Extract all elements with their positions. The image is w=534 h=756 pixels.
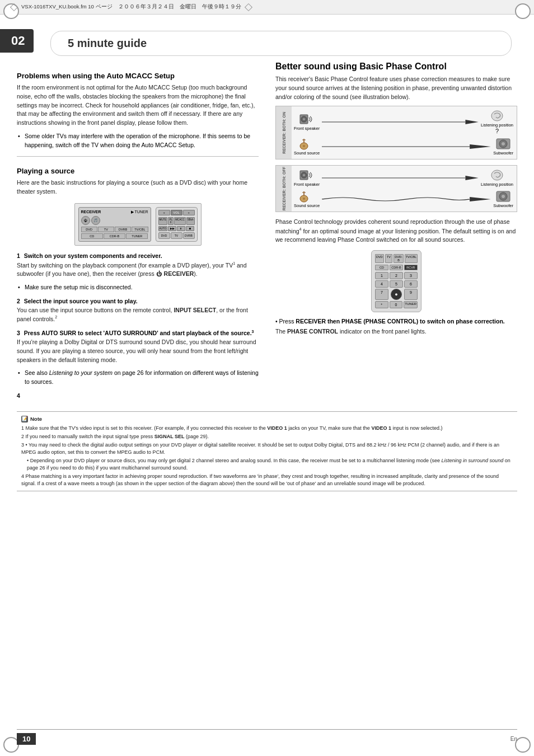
device-illustration: RECEIVER ▶ TUNER ⏻ 🎵 DVD TV DVRB TV/CBL (17, 203, 259, 246)
remote-btn-9: 9 (404, 289, 418, 300)
svg-marker-25 (470, 197, 491, 201)
chapter-title: 5 minute guide (50, 31, 512, 56)
remote-btn-4: 4 (375, 280, 388, 288)
problems-section-body: If the room environment is not optimal f… (17, 83, 259, 128)
remote-control-phase: DVD TV DVR-B TV/CBL CD CDR-B RCVR 1 2 (371, 250, 421, 312)
remote-btn-dvrb: DVR-B (394, 254, 403, 263)
chapter-number: 02 (0, 29, 34, 53)
step-3: 3 Press AUTO SURR to select 'AUTO SURROU… (17, 330, 259, 387)
step-2-title: Select the input source you want to play… (24, 298, 138, 304)
front-speaker-icon-top (299, 113, 315, 125)
question-mark-icon: ? (495, 128, 499, 134)
subwoofer-icon-bot (495, 190, 511, 203)
front-speaker-label-bot: Front speaker (294, 182, 320, 187)
remote-btn-2: 2 (390, 272, 403, 279)
step-1: 1 Switch on your system components and r… (17, 252, 259, 292)
note-item-1: 1 Make sure that the TV's video input is… (21, 425, 513, 432)
phase-body2: Phase Control technology provides cohere… (275, 218, 517, 245)
step-1-header: 1 Switch on your system components and r… (17, 252, 259, 259)
step-1-num: 1 (17, 252, 20, 259)
remote-btn-plus: + (375, 301, 388, 308)
phase-diagram-top: RECEIVER: BOTH: ON (275, 106, 517, 159)
remote-btn-6: 6 (404, 280, 418, 288)
step-3-header: 3 Press AUTO SURR to select 'AUTO SURROU… (17, 330, 259, 337)
remote-btn-dvd: DVD (375, 254, 384, 263)
phase-indicator-text: The PHASE CONTROL indicator on the front… (275, 327, 517, 336)
step-3-num: 3 (17, 330, 20, 336)
step-4-num: 4 (17, 392, 20, 399)
note-label: 📝 Note (21, 415, 513, 423)
listening-pos-label-top: Listening position (481, 123, 513, 128)
superscript-4: 4 (299, 227, 302, 231)
problems-bullet-1: Some older TVs may interfere with the op… (17, 132, 259, 150)
front-speaker-label-top: Front speaker (294, 126, 320, 131)
note-item-3b: • Depending on your DVD player or source… (21, 457, 513, 472)
page-footer: 10 En (17, 729, 517, 745)
remote-btn-0: 0 (390, 301, 403, 308)
listening-pos-label-bot: Listening position (481, 182, 513, 187)
header-text: VSX-1016TXV_KU.book.fm 10 ページ ２００６年３月２４日… (21, 3, 241, 11)
phase-diagram-bottom: RECEIVER: BOTH: OFF (275, 165, 517, 212)
svg-point-14 (502, 142, 505, 145)
section-divider (17, 156, 259, 157)
step-2-num: 2 (17, 298, 20, 304)
diagram-bottom-label: RECEIVER: BOTH: OFF (282, 167, 286, 210)
sound-source-label-bot: Sound source (294, 203, 320, 208)
svg-point-17 (303, 174, 305, 176)
remote-btn-1: 1 (375, 272, 388, 279)
page-lang: En (510, 736, 517, 742)
subwoofer-icon-top (495, 138, 511, 150)
corner-decoration-tr (515, 3, 531, 19)
remote-btn-tv: TV (385, 254, 393, 263)
phase-arrow-top (322, 116, 479, 128)
svg-point-5 (491, 111, 503, 121)
remote-btn-tvcbl: TV/CBL (405, 254, 418, 263)
step-3-body: If you're playing a Dolby Digital or DTS… (17, 338, 259, 364)
svg-point-7 (303, 145, 305, 147)
sound-source-label-top: Sound source (294, 151, 320, 156)
phase-section-body1: This receiver's Basic Phase Control feat… (275, 75, 517, 101)
page-number: 10 (17, 733, 36, 745)
step-2: 2 Select the input source you want to pl… (17, 298, 259, 324)
step-1-bullet: Make sure the setup mic is disconnected. (17, 283, 259, 292)
note-item-3: 3 • You may need to check the digital au… (21, 442, 513, 456)
problems-section-title: Problems when using the Auto MCACC Setup (17, 72, 259, 80)
step-3-title: Press AUTO SURR to select 'AUTO SURROUND… (24, 330, 254, 336)
wavy-arrow-bot (322, 194, 491, 205)
svg-marker-4 (466, 120, 479, 124)
header-diamond-icon-right (244, 3, 252, 11)
ear-icon-bot (489, 169, 505, 181)
svg-point-2 (303, 118, 305, 120)
svg-point-20 (491, 170, 503, 180)
remote-btn-tuner: TUNER (404, 301, 418, 308)
corner-decoration-br (515, 737, 531, 753)
step-1-body: Start by switching on the playback compo… (17, 261, 259, 279)
subwoofer-label-bot: Subwoofer (493, 203, 513, 208)
note-box: 📝 Note 1 Make sure that the TV's video i… (17, 411, 517, 491)
two-column-layout: Problems when using the Auto MCACC Setup… (17, 62, 517, 405)
svg-marker-19 (466, 176, 479, 180)
phase-section-title: Better sound using Basic Phase Control (275, 62, 517, 72)
step-4: 4 (17, 392, 259, 399)
remote-btn-7: 7 (375, 289, 388, 300)
ear-icon-top (489, 110, 505, 122)
note-icon: 📝 (21, 416, 28, 422)
step-4-header: 4 (17, 392, 259, 399)
remote-btn-cdrb: CDR-B (390, 265, 403, 270)
right-column: Better sound using Basic Phase Control T… (275, 62, 517, 405)
step-3-bullet: See also Listening to your system on pag… (17, 369, 259, 387)
svg-point-28 (502, 195, 505, 198)
playing-section-body: Here are the basic instructions for play… (17, 179, 259, 196)
phase-arrow-bot (322, 172, 479, 184)
playing-section-title: Playing a source (17, 167, 259, 175)
page-header: VSX-1016TXV_KU.book.fm 10 ページ ２００６年３月２４日… (0, 0, 534, 15)
note-item-2: 2 If you need to manually switch the inp… (21, 433, 513, 440)
phase-remote-diagram: DVD TV DVR-B TV/CBL CD CDR-B RCVR 1 2 (275, 250, 517, 312)
note-title: Note (30, 415, 42, 423)
remote-phase-btn: ● (391, 289, 402, 300)
remote-btn-3: 3 (404, 272, 418, 279)
guitar-icon-bot (299, 190, 315, 203)
svg-point-22 (303, 198, 305, 200)
content-area: Problems when using the Auto MCACC Setup… (17, 62, 517, 722)
subwoofer-label-top: Subwoofer (493, 151, 513, 156)
